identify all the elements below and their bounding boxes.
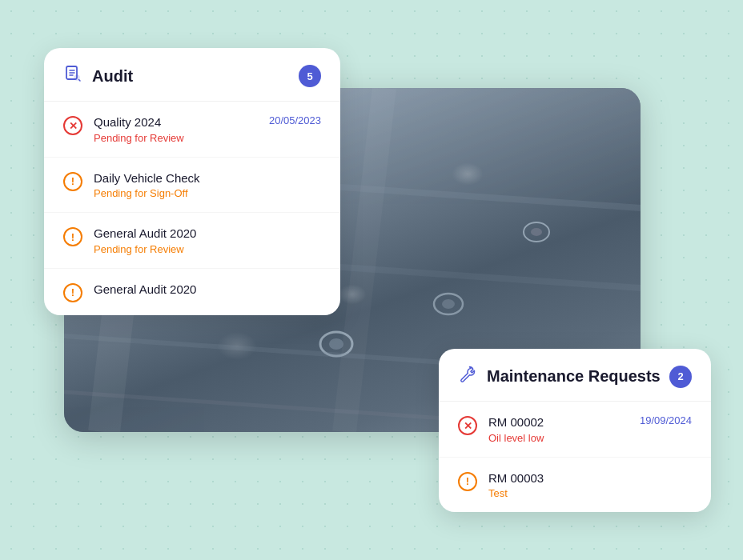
item-title: RM 00003 <box>488 471 544 485</box>
audit-header-left: Audit <box>63 64 133 88</box>
maintenance-header-left: Maintenance Requests <box>458 365 661 388</box>
item-content: Quality 2024 20/05/2023 Pending for Revi… <box>94 114 321 144</box>
item-content: General Audit 2020 <box>94 282 321 298</box>
svg-point-5 <box>329 338 343 350</box>
item-subtitle: Pending for Review <box>94 132 321 144</box>
audit-icon <box>63 64 82 88</box>
item-content: RM 00002 19/09/2024 Oil level low <box>488 414 692 444</box>
item-content: Daily Vehicle Check Pending for Sign-Off <box>94 170 321 200</box>
audit-item-quality-2024[interactable]: ✕ Quality 2024 20/05/2023 Pending for Re… <box>44 102 340 158</box>
item-subtitle: Oil level low <box>488 432 692 444</box>
status-icon-orange: ! <box>63 227 82 246</box>
audit-badge: 5 <box>299 65 321 87</box>
maintenance-item-rm00002[interactable]: ✕ RM 00002 19/09/2024 Oil level low <box>439 402 711 458</box>
item-title: RM 00002 <box>488 414 544 430</box>
item-subtitle: Test <box>488 487 692 499</box>
item-title: General Audit 2020 <box>94 226 196 242</box>
maintenance-card-header: Maintenance Requests 2 <box>439 349 711 402</box>
maintenance-card: Maintenance Requests 2 ✕ RM 00002 19/09/… <box>439 349 711 512</box>
item-subtitle: Pending for Sign-Off <box>94 187 321 199</box>
audit-card-header: Audit 5 <box>44 48 340 102</box>
audit-item-general-audit-2[interactable]: ! General Audit 2020 <box>44 269 340 315</box>
audit-item-daily-vehicle[interactable]: ! Daily Vehicle Check Pending for Sign-O… <box>44 158 340 214</box>
svg-point-7 <box>442 299 455 309</box>
audit-item-general-audit-1[interactable]: ! General Audit 2020 Pending for Review <box>44 213 340 269</box>
audit-card-title: Audit <box>92 67 133 86</box>
item-title: Quality 2024 <box>94 114 161 130</box>
background-scene: Audit 5 ✕ Quality 2024 20/05/2023 Pendin… <box>0 0 743 560</box>
item-date: 19/09/2024 <box>633 414 692 426</box>
status-icon-red: ✕ <box>458 416 477 435</box>
item-title: General Audit 2020 <box>94 282 196 296</box>
maintenance-item-rm00003[interactable]: ! RM 00003 Test <box>439 458 711 513</box>
item-content: General Audit 2020 Pending for Review <box>94 226 321 255</box>
item-title: Daily Vehicle Check <box>94 170 200 186</box>
item-row: Quality 2024 20/05/2023 <box>94 114 321 130</box>
status-icon-orange: ! <box>63 172 82 191</box>
item-date: 20/05/2023 <box>263 114 321 126</box>
status-icon-orange: ! <box>63 283 82 302</box>
svg-point-9 <box>531 228 542 236</box>
wrench-icon <box>458 365 477 388</box>
status-icon-red: ✕ <box>63 116 82 135</box>
item-row: RM 00002 19/09/2024 <box>488 414 692 430</box>
status-icon-orange: ! <box>458 472 477 491</box>
maintenance-card-title: Maintenance Requests <box>487 367 661 386</box>
item-subtitle: Pending for Review <box>94 243 321 255</box>
item-row: General Audit 2020 <box>94 226 321 242</box>
item-row: Daily Vehicle Check <box>94 170 321 186</box>
item-content: RM 00003 Test <box>488 470 692 500</box>
svg-line-17 <box>344 88 384 432</box>
maintenance-badge: 2 <box>669 366 692 388</box>
audit-card: Audit 5 ✕ Quality 2024 20/05/2023 Pendin… <box>44 48 340 315</box>
